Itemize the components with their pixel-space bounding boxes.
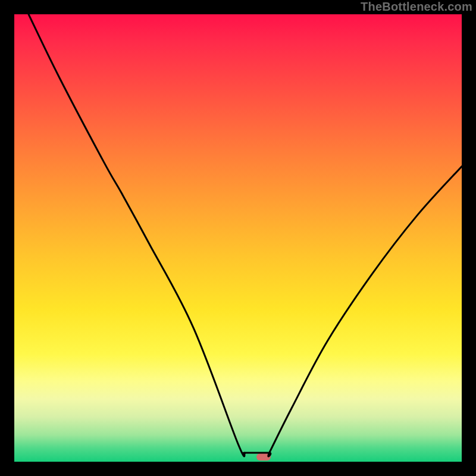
plot-area [14,14,462,462]
curve-layer [14,14,462,462]
chart-canvas: TheBottleneck.com [0,0,476,476]
bottleneck-curve [29,14,462,456]
attribution-text: TheBottleneck.com [361,0,472,14]
